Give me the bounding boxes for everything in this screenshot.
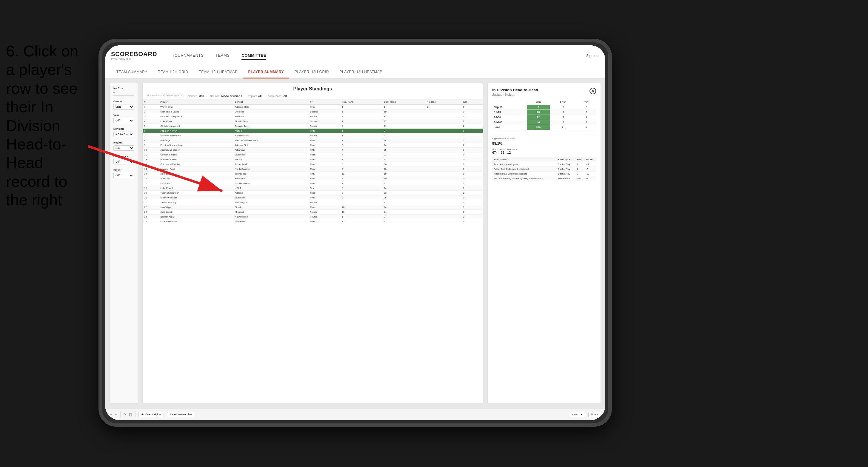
cell-win: 1: [461, 162, 483, 167]
division-select[interactable]: NCAA Division I: [114, 132, 134, 137]
save-custom-view-button[interactable]: Save Custom View: [167, 412, 195, 417]
subnav-team-h2h-heatmap[interactable]: TEAM H2H HEATMAP: [193, 66, 243, 79]
cell-no-rds: [425, 195, 462, 200]
toolbar-paste-icon[interactable]: 📋: [129, 413, 132, 416]
nav-item-committee[interactable]: COMMITTEE: [242, 52, 266, 60]
app-container: SCOREBOARD Powered by clippi TOURNAMENTS…: [105, 45, 605, 420]
table-row[interactable]: 8 Mats Ege East Tennessee State Fifth 1 …: [143, 138, 483, 143]
subnav-team-summary[interactable]: TEAM SUMMARY: [111, 66, 153, 79]
no-rds-slider[interactable]: [114, 95, 134, 96]
h2h-range: >100: [492, 125, 527, 130]
cell-school: Arizona: [234, 191, 309, 195]
tour-score: -7: [584, 167, 596, 172]
cell-rank: 18: [143, 186, 159, 191]
standings-table: # Player School Yr Reg. Rank Conf Rank N…: [143, 99, 483, 403]
nav-item-tournaments[interactable]: TOURNAMENTS: [172, 52, 204, 60]
h2h-close-button[interactable]: ✕: [590, 88, 596, 94]
table-row[interactable]: 12 Brendan Valles Auburn Third 7 27 0: [143, 157, 483, 162]
cell-no-rds: [425, 200, 462, 205]
cell-school: Arizona State: [234, 105, 309, 110]
subnav-player-summary[interactable]: PLAYER SUMMARY: [243, 66, 289, 79]
table-row[interactable]: 11 Gordon Sargent Vanderbilt Third 4 21 …: [143, 153, 483, 157]
table-row[interactable]: 22 Ian Gilligan Florida Third 10 24 1: [143, 205, 483, 210]
toolbar-copy-icon[interactable]: ⧉: [124, 413, 126, 416]
cell-player: Jacob Mac Diesen: [159, 148, 233, 153]
table-row[interactable]: 14 Maxwell Ford North Carolina Third 5 2…: [143, 167, 483, 172]
cell-player: Wenyi Ding: [159, 105, 233, 110]
cell-yr: Third: [308, 167, 340, 172]
region-select[interactable]: N/a: [114, 145, 134, 151]
subnav-team-h2h-grid[interactable]: TEAM H2H GRID: [153, 66, 194, 79]
cell-yr: Fourth: [308, 200, 340, 205]
table-row[interactable]: 13 Phichakon Maichon Texas A&M Third 6 3…: [143, 162, 483, 167]
table-row[interactable]: 7 Nicholas Gabrielich North Florida Four…: [143, 133, 483, 138]
player-select[interactable]: (All): [114, 173, 134, 178]
table-row[interactable]: 19 Tiger Christensen Arizona Third 8 23 …: [143, 191, 483, 195]
tour-col-pos: Pos: [576, 157, 584, 162]
table-row[interactable]: 5 Christo Lamprecht Georgia Tech Fourth …: [143, 124, 483, 129]
cell-reg-rank: 1: [340, 138, 382, 143]
subnav-player-h2h-grid[interactable]: PLAYER H2H GRID: [289, 66, 334, 79]
cell-rank: 5: [143, 124, 159, 129]
sign-out-link[interactable]: Sign out: [586, 54, 599, 58]
cell-rank: 12: [143, 157, 159, 162]
table-row[interactable]: 6 Jackson Koivun Auburn First 1 27 1: [143, 129, 483, 133]
table-row[interactable]: 10 Jacob Mac Diesen Arkansas Fifth 4 25 …: [143, 148, 483, 153]
cell-no-rds: [425, 162, 462, 167]
gender-select[interactable]: Men: [114, 104, 134, 110]
cell-win: 2: [461, 143, 483, 148]
cell-yr: First: [308, 186, 340, 191]
table-row[interactable]: 20 Matthew Riedel Vanderbilt Fifth 9 26 …: [143, 195, 483, 200]
table-row[interactable]: 18 Luke Powell UCLA First 9 24 1: [143, 186, 483, 191]
toolbar-redo-icon[interactable]: ↪: [115, 413, 117, 416]
nav-right: Sign out: [586, 54, 599, 58]
division-record: 674 - 33 - 12: [492, 151, 596, 154]
cell-school: North Carolina: [234, 167, 309, 172]
table-row[interactable]: 9 Preston Summerhays Arizona State Third…: [143, 143, 483, 148]
share-button[interactable]: Share: [588, 412, 601, 417]
cell-reg-rank: 12: [340, 219, 382, 224]
view-original-button[interactable]: 👁 View: Original: [138, 412, 164, 417]
cell-rank: 20: [143, 195, 159, 200]
year-select[interactable]: (All): [114, 118, 134, 123]
cell-no-rds: 14: [425, 105, 462, 110]
cell-conf-rank: 27: [382, 119, 425, 124]
table-row[interactable]: 23 Jack Lundin Missouri Fourth 11 24 1: [143, 210, 483, 215]
subnav-player-h2h-heatmap[interactable]: PLAYER H2H HEATMAP: [334, 66, 388, 79]
toolbar-separator-2: [135, 411, 135, 417]
cell-player: Taehoon Song: [159, 200, 233, 205]
table-row[interactable]: 24 Bastien Amat New Mexico Fourth 1 27 2: [143, 215, 483, 219]
watch-button[interactable]: Watch ▼: [569, 412, 585, 417]
conference-select[interactable]: (All): [114, 159, 134, 164]
cell-yr: Fourth: [308, 114, 340, 119]
table-row[interactable]: 16 Alex Goff Kentucky Fifth 8 19 0: [143, 176, 483, 181]
cell-school: Vanderbilt: [234, 195, 309, 200]
table-row[interactable]: 4 Luke Claton Florida State Second 1 27 …: [143, 119, 483, 124]
cell-conf-rank: 21: [382, 124, 425, 129]
opponents-section: Opponents in division: 98.1% W-L-T recor…: [492, 134, 596, 154]
cell-conf-rank: 23: [382, 167, 425, 172]
h2h-player-name: Jackson Koivun: [492, 93, 538, 96]
table-row[interactable]: 21 Taehoon Song Washington Fourth 6 22 1: [143, 200, 483, 205]
table-row[interactable]: 1 Wenyi Ding Arizona State First 1 1 14 …: [143, 105, 483, 110]
cell-yr: Second: [308, 110, 340, 114]
table-row[interactable]: 2 Michael La Sasse Ole Miss Second 1 18 …: [143, 110, 483, 114]
cell-yr: Fifth: [308, 195, 340, 200]
cell-win: 1: [461, 114, 483, 119]
cell-conf-rank: 22: [382, 200, 425, 205]
cell-school: Georgia Tech: [234, 124, 309, 129]
cell-yr: Fifth: [308, 138, 340, 143]
cell-rank: 2: [143, 110, 159, 114]
nav-item-teams[interactable]: TEAMS: [216, 52, 229, 60]
table-row[interactable]: 15 Jake Hall Tennessee Fifth 11 18 0: [143, 172, 483, 176]
table-row[interactable]: 25 Cole Sherwood Vanderbilt Third 12 23 …: [143, 219, 483, 224]
table-row[interactable]: 3 Michael Thorbjornsen Stanford Fourth 2…: [143, 114, 483, 119]
cell-conf-rank: 30: [382, 162, 425, 167]
table-row[interactable]: 17 David Ford North Carolina Third 1 21 …: [143, 181, 483, 186]
division-filter-display: Division: NCAA Division I: [210, 95, 242, 98]
cell-conf-rank: 18: [382, 110, 425, 114]
cell-reg-rank: 1: [340, 105, 382, 110]
toolbar-undo-icon[interactable]: ↩: [110, 413, 112, 416]
cell-reg-rank: 9: [340, 186, 382, 191]
cell-conf-rank: 27: [382, 129, 425, 133]
